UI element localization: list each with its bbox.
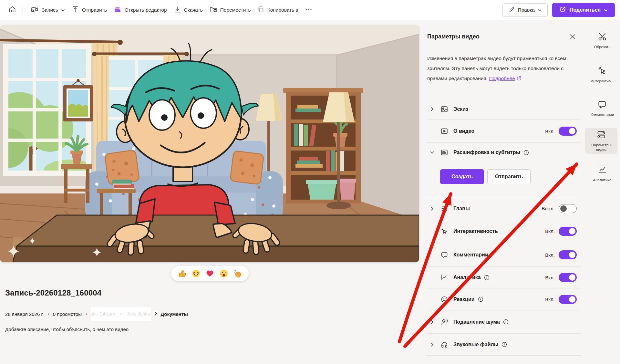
about-video-toggle[interactable] <box>559 127 577 136</box>
rail-item-comments[interactable]: Комментарии <box>585 98 619 119</box>
toggles-icon <box>596 130 606 140</box>
row-thumbnail[interactable]: Эскиз <box>427 99 581 120</box>
divider <box>427 355 581 356</box>
rail-item-label: Комментарии <box>591 112 614 117</box>
picture-frame <box>63 79 93 122</box>
laugh-emoji[interactable] <box>191 269 201 278</box>
open-editor-button[interactable]: Открыть редактор <box>110 3 170 17</box>
heart-emoji[interactable] <box>205 269 214 278</box>
upload-button[interactable]: Отправить <box>68 3 110 17</box>
chevron-down-icon <box>61 7 65 13</box>
open-editor-label: Открыть редактор <box>125 7 167 13</box>
clap-emoji[interactable] <box>233 269 242 278</box>
chevron-right-icon[interactable] <box>429 206 435 211</box>
row-analytics: Аналитика Вкл. <box>427 267 581 288</box>
bookshelf <box>283 88 363 203</box>
cursor-spark-icon <box>597 66 607 77</box>
download-button[interactable]: Скачать <box>170 3 206 17</box>
row-interactivity-label: Интерактивность <box>453 228 498 234</box>
panel-description: Изменения в параметрах видео будут приме… <box>427 53 581 84</box>
row-transcript-label: Расшифровка и субтитры <box>453 150 520 155</box>
row-about-video-label: О видео <box>453 128 474 134</box>
upload-icon <box>71 5 79 15</box>
like-emoji[interactable] <box>178 269 187 278</box>
more-icon <box>305 5 313 15</box>
chevron-down-icon <box>604 7 608 13</box>
chevron-right-icon[interactable] <box>429 107 435 112</box>
video-description-placeholder[interactable]: Добавьте описание, чтобы объяснить, о че… <box>5 327 296 332</box>
redacted-name: Juku Juhkam <box>91 311 115 317</box>
panel-close-button[interactable] <box>568 32 577 42</box>
upload-transcript-button[interactable]: Отправить <box>487 169 531 184</box>
interactivity-state: Вкл. <box>545 228 555 234</box>
row-interactivity: Интерактивность Вкл. <box>427 219 581 243</box>
analytics-icon <box>440 274 448 281</box>
rail-item-trim[interactable]: Обрезать <box>585 30 619 51</box>
reactions-toggle[interactable] <box>559 295 577 304</box>
home-button[interactable] <box>5 3 19 17</box>
share-icon <box>559 6 566 14</box>
chevron-down-icon[interactable] <box>429 151 435 154</box>
reactions-bar <box>171 266 249 281</box>
copy-to-label: Копировать в <box>267 7 298 13</box>
about-video-icon <box>440 127 448 135</box>
toolbar-right-group: Правка Поделиться <box>502 3 615 17</box>
comment-bubble-icon <box>597 99 607 110</box>
comments-icon <box>440 251 448 259</box>
interactivity-icon <box>440 227 448 235</box>
surprised-emoji[interactable] <box>219 269 228 278</box>
row-noise-suppression[interactable]: Подавление шума <box>427 310 581 333</box>
chevron-right-icon[interactable] <box>429 342 435 347</box>
row-chapters[interactable]: Главы Выкл. <box>427 198 581 219</box>
chevron-right-icon[interactable] <box>429 319 435 325</box>
video-meta: Запись-20260128_160004 28 января 2026 г.… <box>5 288 296 332</box>
move-folder-icon <box>209 5 217 15</box>
info-icon[interactable] <box>484 275 490 280</box>
move-button[interactable]: Переместить <box>206 3 254 17</box>
row-audio-files[interactable]: Звуковые файлы <box>427 334 581 355</box>
share-button[interactable]: Поделиться <box>552 3 615 17</box>
copy-to-button[interactable]: Копировать в <box>254 3 302 17</box>
rail-item-analytics[interactable]: Аналитика <box>585 163 619 184</box>
chapters-state: Выкл. <box>542 206 555 211</box>
analytics-state: Вкл. <box>545 275 555 280</box>
row-thumbnail-label: Эскиз <box>453 106 468 112</box>
audio-files-icon <box>440 341 448 348</box>
row-transcript[interactable]: Расшифровка и субтитры <box>427 142 581 162</box>
redacted-dot: • <box>120 311 122 317</box>
redacted-name: Juku Juhkam <box>127 311 151 317</box>
record-button[interactable]: Запись <box>27 3 68 17</box>
more-options-button[interactable] <box>302 3 316 17</box>
home-icon <box>8 5 16 15</box>
row-audio-label: Звуковые файлы <box>453 342 498 348</box>
create-transcript-button[interactable]: Создать <box>440 169 484 184</box>
chart-icon <box>597 165 607 175</box>
desk <box>13 215 419 262</box>
copy-icon <box>257 5 264 15</box>
reactions-icon <box>440 296 448 303</box>
rail-item-interactivity[interactable]: Интерактив... <box>585 64 619 85</box>
analytics-toggle[interactable] <box>559 273 577 282</box>
transcript-icon <box>440 149 448 156</box>
row-noise-label: Подавление шума <box>453 319 500 325</box>
info-icon[interactable] <box>478 296 483 302</box>
comments-toggle[interactable] <box>559 250 577 259</box>
reactions-state: Вкл. <box>545 296 555 302</box>
info-icon[interactable] <box>523 150 529 155</box>
video-player[interactable] <box>0 25 419 262</box>
download-label: Скачать <box>184 7 203 13</box>
learn-more-link[interactable]: Подробнее <box>489 76 515 81</box>
breadcrumb-folder-link[interactable]: Документы <box>160 311 188 317</box>
edit-button[interactable]: Правка <box>502 3 548 17</box>
rail-item-label: Интерактив... <box>591 79 614 83</box>
info-icon[interactable] <box>503 319 509 325</box>
rail-item-video-settings[interactable]: Параметры видео <box>585 128 617 154</box>
info-icon[interactable] <box>501 342 507 347</box>
share-label: Поделиться <box>570 7 601 13</box>
rail-item-label: Параметры видео <box>586 143 617 152</box>
panel-title: Параметры видео <box>427 33 480 40</box>
interactivity-toggle[interactable] <box>559 227 577 236</box>
chapters-toggle[interactable] <box>559 204 577 213</box>
about-video-state: Вкл. <box>545 129 555 134</box>
external-link-icon <box>517 74 522 84</box>
